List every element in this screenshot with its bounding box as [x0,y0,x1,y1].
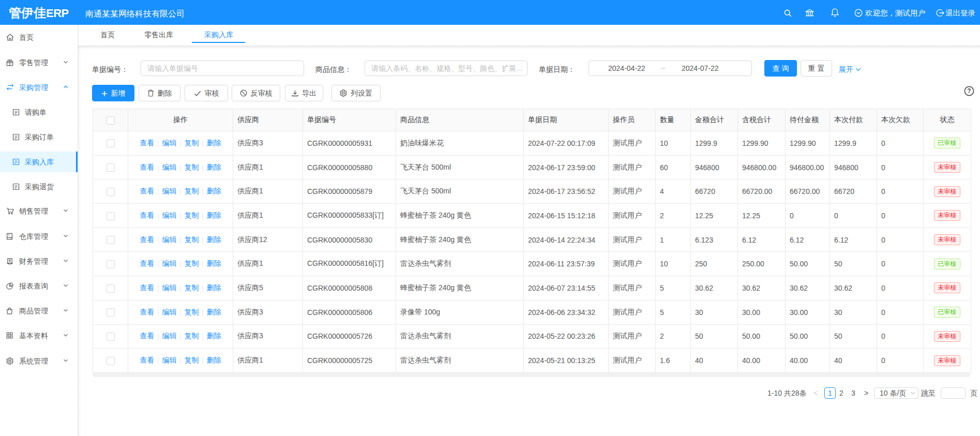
svg-text:?: ? [967,87,971,95]
